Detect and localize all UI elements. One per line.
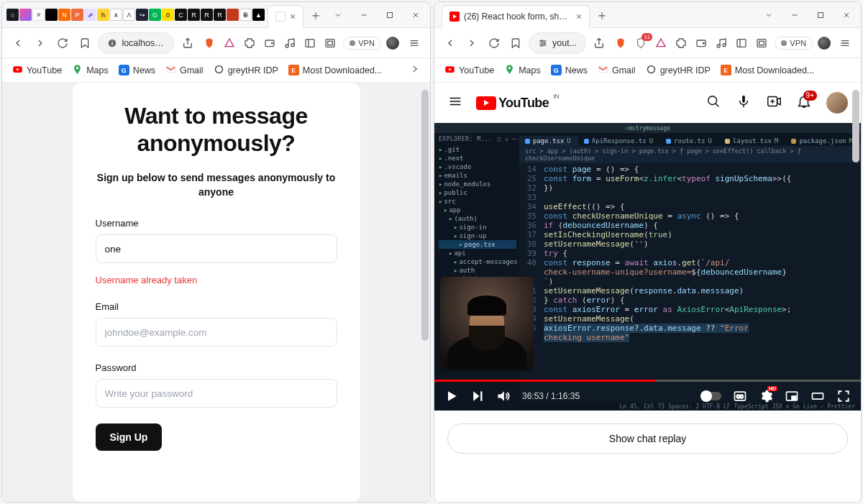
user-avatar[interactable] (826, 92, 848, 114)
reader-icon[interactable] (321, 35, 339, 52)
tab-icon[interactable]: ∧ (110, 9, 122, 21)
password-input[interactable] (96, 379, 337, 408)
site-info-icon[interactable] (107, 38, 117, 48)
tab-icon[interactable]: ֎ (239, 9, 252, 21)
signup-button[interactable]: Sign Up (96, 423, 163, 451)
tab-icon[interactable]: N (58, 9, 70, 21)
bookmark-button[interactable] (507, 33, 524, 53)
bookmarks-overflow-icon[interactable] (410, 64, 420, 76)
video-player[interactable]: ⌕ mstrymessage EXPLORER: M...▢ ▫ ⋯ ▸.git… (434, 123, 861, 411)
new-tab-button[interactable]: ＋ (306, 6, 325, 24)
tab-icon[interactable]: G (149, 9, 161, 21)
reader-icon[interactable] (753, 35, 770, 52)
tab-icon[interactable]: h (97, 9, 109, 21)
bookmark-item[interactable]: Gmail (598, 64, 636, 77)
tab-icon[interactable]: ▲ (252, 9, 265, 21)
miniplayer-button[interactable] (785, 389, 799, 403)
minimize-icon[interactable] (354, 5, 374, 25)
music-icon[interactable] (281, 35, 298, 52)
extension-icon[interactable] (241, 35, 258, 52)
show-chat-replay-button[interactable]: Show chat replay (447, 423, 848, 454)
tab-icon[interactable]: P (71, 9, 83, 21)
settings-button[interactable]: HD (759, 389, 773, 403)
username-input[interactable] (96, 234, 337, 263)
profile-icon[interactable] (817, 35, 832, 52)
sidebar-icon[interactable] (733, 35, 750, 52)
tab-icon[interactable]: ⬈ (84, 9, 96, 21)
maximize-icon[interactable] (811, 5, 831, 25)
tab-icon[interactable]: ✕ (32, 9, 45, 21)
vpn-button[interactable]: VPN (343, 37, 381, 50)
extension-icon[interactable] (672, 35, 690, 52)
tab-icon[interactable]: ↪ (136, 9, 148, 21)
bookmark-item[interactable]: EMost Downloaded... (288, 65, 382, 75)
fullscreen-button[interactable] (836, 389, 851, 403)
create-icon[interactable] (766, 93, 782, 112)
forward-button[interactable] (32, 33, 50, 53)
close-window-icon[interactable] (836, 5, 857, 25)
share-button[interactable] (178, 33, 196, 53)
captions-button[interactable]: CC (733, 389, 747, 403)
bookmark-item[interactable]: GNews (119, 65, 155, 75)
inactive-tabs[interactable]: ○ ✕ N P ⬈ h ∧ Λ ↪ G 0 C R R R ֎ ▲ (6, 9, 265, 21)
tab-icon[interactable]: Λ (123, 9, 135, 21)
bookmark-item[interactable]: greytHR IDP (214, 64, 278, 77)
menu-button[interactable] (405, 33, 423, 53)
tab-icon[interactable]: 0 (162, 9, 174, 21)
tab-active[interactable]: (26) React hook form, shadcn an × (442, 5, 590, 28)
bookmark-item[interactable]: Gmail (165, 64, 204, 77)
brave-shields-icon[interactable] (201, 35, 218, 52)
music-icon[interactable] (713, 35, 730, 52)
brave-rewards-icon[interactable] (221, 35, 238, 52)
autoplay-toggle[interactable] (701, 392, 721, 400)
notifications-icon[interactable]: 9+ (796, 93, 812, 112)
email-input[interactable] (96, 318, 337, 347)
wallet-icon[interactable] (693, 35, 710, 52)
wallet-icon[interactable] (261, 35, 278, 52)
forward-button[interactable] (463, 33, 480, 53)
brave-shields-icon[interactable] (612, 35, 629, 52)
dropdown-icon[interactable] (328, 5, 348, 25)
tab-icon[interactable]: R (201, 9, 213, 21)
tab-active[interactable]: × (268, 5, 303, 28)
theater-button[interactable] (811, 389, 825, 403)
close-window-icon[interactable] (406, 5, 426, 25)
back-button[interactable] (442, 33, 459, 53)
tab-icon[interactable] (19, 9, 32, 21)
tune-icon[interactable] (538, 38, 548, 48)
tab-icon[interactable] (227, 9, 239, 21)
tab-icon[interactable]: ○ (6, 9, 19, 21)
hamburger-icon[interactable] (447, 93, 463, 112)
bookmark-item[interactable]: YouTube (12, 64, 62, 77)
bookmark-button[interactable] (76, 33, 94, 53)
tab-icon[interactable] (45, 9, 58, 21)
youtube-logo[interactable]: YouTube IN (476, 96, 549, 111)
back-button[interactable] (9, 33, 27, 53)
brave-shields-icon[interactable]: 11 (632, 35, 649, 52)
tab-icon[interactable]: R (214, 9, 226, 21)
search-icon[interactable] (706, 93, 721, 112)
close-tab-icon[interactable]: × (290, 11, 296, 22)
menu-button[interactable] (836, 33, 854, 53)
new-tab-button[interactable]: ＋ (593, 6, 611, 24)
share-button[interactable] (590, 33, 608, 53)
bookmark-item[interactable]: Maps (72, 64, 109, 77)
minimize-icon[interactable] (785, 5, 805, 25)
tab-icon[interactable]: C (175, 9, 187, 21)
bookmark-item[interactable]: greytHR IDP (646, 64, 711, 77)
address-bar[interactable]: localhost:.... (98, 32, 174, 54)
volume-button[interactable] (496, 389, 511, 403)
reload-button[interactable] (54, 33, 72, 53)
bookmark-item[interactable]: YouTube (444, 64, 494, 77)
profile-icon[interactable] (385, 35, 401, 52)
play-button[interactable] (444, 389, 459, 403)
bookmark-item[interactable]: GNews (551, 65, 588, 75)
next-button[interactable] (470, 389, 485, 403)
vpn-button[interactable]: VPN (775, 37, 813, 50)
bookmark-item[interactable]: Maps (504, 64, 541, 77)
scrollbar-right[interactable] (852, 90, 859, 495)
address-bar[interactable]: yout... (529, 32, 586, 54)
voice-search-icon[interactable] (736, 93, 752, 112)
scrollbar-left[interactable] (421, 90, 429, 495)
sidebar-icon[interactable] (301, 35, 319, 52)
